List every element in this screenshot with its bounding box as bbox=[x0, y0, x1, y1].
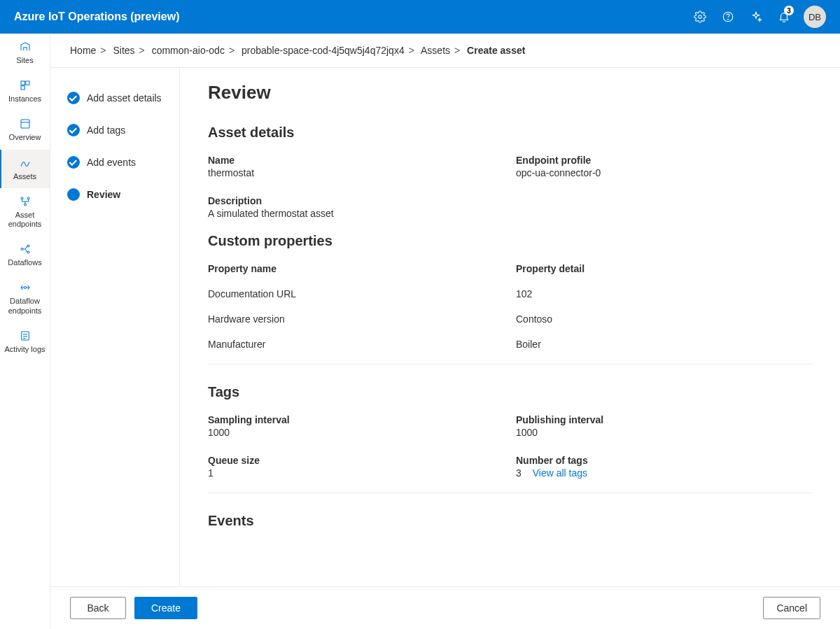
step-check-icon bbox=[67, 92, 80, 104]
nav-item-activity-logs[interactable]: Activity logs bbox=[0, 323, 50, 361]
nav-item-dataflows[interactable]: Dataflows bbox=[0, 236, 50, 274]
custom-properties-table: Property name Property detail Documentat… bbox=[208, 263, 812, 350]
description-value: A simulated thermostat asset bbox=[208, 208, 812, 219]
nav-item-assets[interactable]: Assets bbox=[0, 150, 50, 188]
nav-label: Sites bbox=[16, 56, 33, 65]
number-of-tags-label: Number of tags bbox=[516, 455, 812, 466]
dataflows-icon bbox=[19, 243, 31, 255]
svg-rect-3 bbox=[21, 81, 24, 85]
wizard-step-add-tags[interactable]: Add tags bbox=[67, 114, 171, 146]
view-all-tags-link[interactable]: View all tags bbox=[533, 467, 587, 479]
divider bbox=[208, 493, 812, 493]
create-button[interactable]: Create bbox=[134, 597, 197, 619]
svg-rect-5 bbox=[21, 86, 24, 90]
nav-label: Overview bbox=[9, 133, 41, 142]
custom-properties-heading: Custom properties bbox=[208, 233, 812, 249]
svg-rect-4 bbox=[25, 81, 29, 85]
wizard-step-review[interactable]: Review bbox=[67, 178, 171, 211]
dataflow-endpoints-icon bbox=[19, 281, 31, 294]
breadcrumb-current: Create asset bbox=[467, 45, 525, 56]
col-property-name: Property name bbox=[208, 263, 502, 274]
table-cell: Manufacturer bbox=[208, 339, 502, 350]
table-cell: Hardware version bbox=[208, 313, 502, 325]
notification-count-badge: 3 bbox=[784, 6, 794, 15]
divider bbox=[208, 364, 812, 365]
help-icon bbox=[722, 10, 734, 23]
nav-item-asset-endpoints[interactable]: Asset endpoints bbox=[0, 188, 50, 236]
queue-size-label: Queue size bbox=[208, 455, 502, 466]
nav-label: Dataflows bbox=[8, 258, 41, 267]
publishing-interval-value: 1000 bbox=[516, 427, 812, 438]
number-of-tags-value: 3 bbox=[516, 467, 522, 479]
gear-icon bbox=[694, 10, 706, 23]
svg-point-10 bbox=[24, 204, 26, 206]
description-label: Description bbox=[208, 195, 812, 206]
app-title: Azure IoT Operations (preview) bbox=[14, 10, 686, 23]
step-current-icon bbox=[67, 188, 80, 201]
col-property-detail: Property detail bbox=[516, 263, 812, 274]
breadcrumb-link[interactable]: Assets bbox=[421, 45, 450, 56]
svg-rect-6 bbox=[21, 120, 29, 128]
step-label: Add events bbox=[87, 157, 136, 168]
breadcrumb-link[interactable]: probable-space-cod-4j5qw5j4q72jqx4 bbox=[241, 45, 405, 56]
sites-icon bbox=[19, 41, 31, 53]
nav-label: Instances bbox=[8, 94, 41, 104]
nav-item-sites[interactable]: Sites bbox=[0, 34, 50, 72]
queue-size-value: 1 bbox=[208, 467, 502, 479]
wizard-footer: Back Create Cancel bbox=[50, 587, 840, 629]
assets-icon bbox=[19, 157, 31, 169]
step-label: Add asset details bbox=[87, 92, 162, 104]
nav-label: Dataflow endpoints bbox=[3, 297, 47, 315]
top-app-bar: Azure IoT Operations (preview) 3 DB bbox=[0, 0, 840, 34]
step-check-icon bbox=[67, 156, 80, 169]
table-cell: Contoso bbox=[516, 313, 812, 325]
svg-point-11 bbox=[21, 248, 23, 250]
breadcrumb-link[interactable]: Home bbox=[70, 45, 96, 56]
cancel-button[interactable]: Cancel bbox=[763, 597, 820, 619]
wizard-steps: Add asset details Add tags Add events Re… bbox=[50, 68, 180, 586]
name-value: thermostat bbox=[208, 167, 502, 178]
sampling-interval-value: 1000 bbox=[208, 427, 502, 438]
breadcrumb: Home> Sites> common-aio-odc> probable-sp… bbox=[50, 34, 840, 68]
asset-details-heading: Asset details bbox=[208, 125, 812, 141]
nav-item-instances[interactable]: Instances bbox=[0, 72, 50, 111]
svg-point-0 bbox=[699, 15, 702, 19]
endpoint-profile-value: opc-ua-connector-0 bbox=[516, 167, 812, 178]
back-button[interactable]: Back bbox=[70, 597, 126, 619]
step-check-icon bbox=[67, 124, 80, 136]
nav-label: Asset endpoints bbox=[3, 211, 47, 229]
step-label: Review bbox=[87, 189, 120, 200]
events-heading: Events bbox=[208, 513, 812, 529]
user-avatar[interactable]: DB bbox=[804, 6, 826, 28]
nav-item-overview[interactable]: Overview bbox=[0, 111, 50, 149]
table-cell: Documentation URL bbox=[208, 288, 502, 299]
overview-icon bbox=[19, 118, 31, 130]
svg-point-2 bbox=[728, 19, 729, 20]
review-content[interactable]: Review Asset details Name thermostat End… bbox=[180, 68, 840, 586]
wizard-step-add-events[interactable]: Add events bbox=[67, 146, 171, 178]
left-nav: Sites Instances Overview Assets Asset en… bbox=[0, 34, 50, 629]
sparkle-icon bbox=[750, 10, 762, 23]
tags-heading: Tags bbox=[208, 384, 812, 400]
nav-item-dataflow-endpoints[interactable]: Dataflow endpoints bbox=[0, 274, 50, 322]
feedback-button[interactable] bbox=[742, 0, 770, 34]
wizard-step-add-asset-details[interactable]: Add asset details bbox=[67, 82, 171, 114]
settings-button[interactable] bbox=[686, 0, 714, 34]
svg-point-14 bbox=[24, 287, 26, 289]
svg-point-13 bbox=[27, 251, 29, 253]
table-cell: Boiler bbox=[516, 339, 812, 350]
sampling-interval-label: Sampling interval bbox=[208, 414, 502, 425]
table-cell: 102 bbox=[516, 288, 812, 299]
nav-label: Assets bbox=[13, 172, 36, 181]
svg-point-12 bbox=[27, 245, 29, 247]
svg-point-8 bbox=[21, 197, 23, 199]
breadcrumb-link[interactable]: common-aio-odc bbox=[152, 45, 225, 56]
notifications-button[interactable]: 3 bbox=[770, 0, 798, 34]
help-button[interactable] bbox=[714, 0, 742, 34]
breadcrumb-link[interactable]: Sites bbox=[113, 45, 134, 56]
nav-label: Activity logs bbox=[4, 345, 45, 354]
activity-logs-icon bbox=[19, 330, 31, 342]
svg-point-9 bbox=[27, 197, 29, 199]
page-title: Review bbox=[208, 82, 812, 104]
endpoint-profile-label: Endpoint profile bbox=[516, 155, 812, 166]
